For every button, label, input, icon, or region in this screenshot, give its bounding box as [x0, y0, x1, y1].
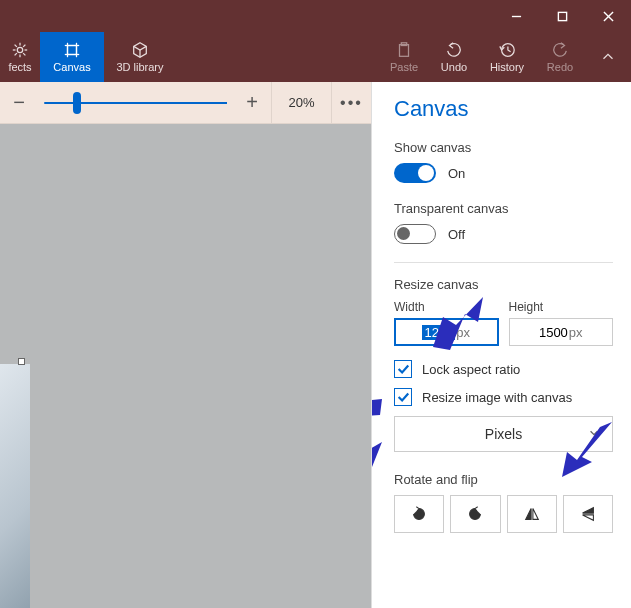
annotation-arrow [371, 437, 382, 487]
svg-rect-1 [558, 12, 566, 20]
workspace[interactable] [0, 124, 371, 608]
ribbon-history[interactable]: History [479, 32, 535, 82]
ribbon-undo[interactable]: Undo [429, 32, 479, 82]
height-input[interactable]: 1500px [509, 318, 614, 346]
ribbon-label: 3D library [116, 61, 163, 73]
svg-point-4 [17, 47, 22, 52]
svg-rect-19 [400, 45, 409, 57]
ribbon-3d-library[interactable]: 3D library [104, 32, 176, 82]
redo-icon [551, 41, 569, 59]
ribbon-effects[interactable]: fects [0, 32, 40, 82]
svg-line-12 [23, 45, 25, 47]
chevron-down-icon [588, 426, 600, 442]
ribbon-paste[interactable]: Paste [379, 32, 429, 82]
main: − + 20% ••• Canvas Show canvas On Transp… [0, 82, 631, 608]
undo-icon [445, 41, 463, 59]
show-canvas-label: Show canvas [394, 140, 613, 155]
svg-marker-27 [582, 515, 593, 520]
minimize-button[interactable] [493, 0, 539, 32]
flip-horizontal-button[interactable] [507, 495, 557, 533]
height-label: Height [509, 300, 614, 314]
show-canvas-toggle[interactable] [394, 163, 436, 183]
units-dropdown[interactable]: Pixels [394, 416, 613, 452]
canvas-area: − + 20% ••• [0, 82, 371, 608]
zoom-slider[interactable] [38, 82, 233, 124]
svg-line-10 [23, 53, 25, 55]
units-value: Pixels [485, 426, 522, 442]
rotate-right-button[interactable] [450, 495, 500, 533]
width-unit: px [456, 325, 470, 340]
resize-canvas-label: Resize canvas [394, 277, 613, 292]
canvas-content[interactable] [0, 364, 30, 608]
divider [394, 262, 613, 263]
more-menu[interactable]: ••• [331, 82, 371, 124]
ribbon: fects Canvas 3D library Paste Undo Histo… [0, 32, 631, 82]
height-unit: px [569, 325, 583, 340]
cube-icon [131, 41, 149, 59]
ribbon-label: History [490, 61, 524, 73]
svg-point-22 [418, 513, 421, 516]
svg-marker-29 [371, 392, 382, 427]
show-canvas-state: On [448, 166, 465, 181]
ribbon-label: Paste [390, 61, 418, 73]
ribbon-label: Undo [441, 61, 467, 73]
resize-image-label: Resize image with canvas [422, 390, 572, 405]
lock-aspect-checkbox[interactable] [394, 360, 412, 378]
width-value: 1200 [422, 325, 455, 340]
svg-marker-24 [525, 509, 530, 520]
zoom-out-button[interactable]: − [0, 82, 38, 124]
rotate-left-button[interactable] [394, 495, 444, 533]
rotate-flip-label: Rotate and flip [394, 472, 613, 487]
ribbon-label: fects [8, 61, 31, 73]
transparent-canvas-toggle[interactable] [394, 224, 436, 244]
svg-marker-30 [371, 442, 382, 487]
zoom-percent[interactable]: 20% [271, 82, 331, 124]
annotation-arrow [371, 387, 382, 427]
paste-icon [395, 41, 413, 59]
transparent-canvas-label: Transparent canvas [394, 201, 613, 216]
ribbon-collapse[interactable] [585, 32, 631, 82]
resize-handle[interactable] [18, 358, 25, 365]
svg-marker-25 [533, 509, 538, 520]
history-icon [498, 41, 516, 59]
svg-marker-26 [582, 508, 593, 513]
svg-line-9 [15, 45, 17, 47]
lock-aspect-label: Lock aspect ratio [422, 362, 520, 377]
canvas-panel: Canvas Show canvas On Transparent canvas… [371, 82, 631, 608]
effects-icon [11, 41, 29, 59]
svg-line-11 [15, 53, 17, 55]
transparent-canvas-state: Off [448, 227, 465, 242]
chevron-up-icon [599, 48, 617, 66]
panel-title: Canvas [394, 96, 613, 122]
svg-point-23 [474, 513, 477, 516]
titlebar [0, 0, 631, 32]
ribbon-redo[interactable]: Redo [535, 32, 585, 82]
close-button[interactable] [585, 0, 631, 32]
ribbon-label: Canvas [53, 61, 90, 73]
zoom-in-button[interactable]: + [233, 82, 271, 124]
resize-image-checkbox[interactable] [394, 388, 412, 406]
width-input[interactable]: 1200px [394, 318, 499, 346]
flip-vertical-button[interactable] [563, 495, 613, 533]
height-value: 1500 [539, 325, 568, 340]
ribbon-canvas[interactable]: Canvas [40, 32, 104, 82]
zoom-thumb[interactable] [73, 92, 81, 114]
ribbon-label: Redo [547, 61, 573, 73]
zoom-toolbar: − + 20% ••• [0, 82, 371, 124]
width-label: Width [394, 300, 499, 314]
svg-rect-13 [68, 46, 77, 55]
canvas-icon [63, 41, 81, 59]
maximize-button[interactable] [539, 0, 585, 32]
